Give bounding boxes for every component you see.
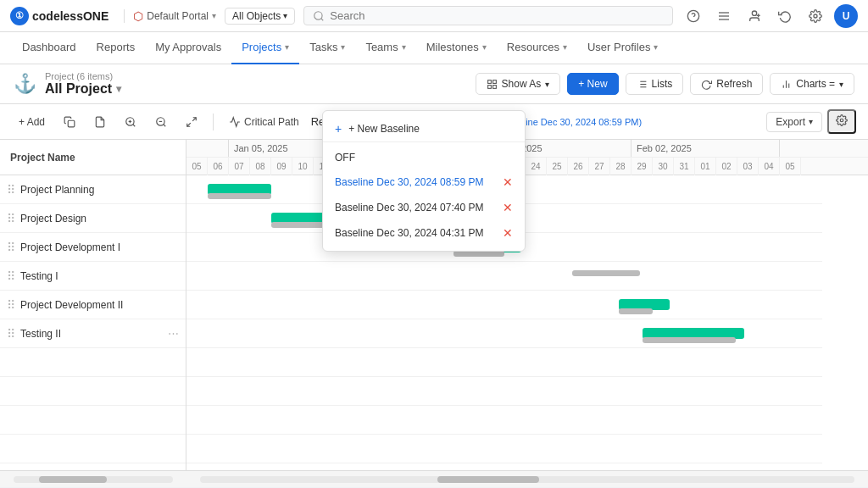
show-as-chevron: ▾ [545,80,549,89]
nav-icons: U [682,4,858,28]
date-group-partial [186,140,229,157]
project-info: ⚓ Project (6 items) All Project ▾ [14,71,121,97]
drag-handle[interactable]: ⠿ [7,241,15,254]
charts-button[interactable]: Charts = ▾ [770,73,854,95]
project-subtitle: Project (6 items) [45,71,121,81]
timeline-row-3 [186,262,822,291]
nav-projects[interactable]: Projects ▾ [231,32,299,64]
critical-path-button[interactable]: Critical Path [222,113,306,131]
search-bar[interactable] [303,6,673,25]
resources-chevron: ▾ [563,42,567,52]
export-button[interactable]: Export ▾ [766,112,822,132]
row-menu[interactable]: ⋯ [168,327,179,340]
show-as-label: Show As [502,78,542,90]
nav-reports[interactable]: Reports [86,32,146,64]
day-cell: 01 [695,158,716,175]
baseline-item-2[interactable]: Baseline Dec 30, 2024 04:31 PM ✕ [323,220,525,246]
portal-chevron: ▾ [212,11,216,20]
toolbar-settings-icon [836,114,848,126]
history-icon[interactable] [773,4,797,28]
logo[interactable]: ① codelessONE [10,7,108,25]
baseline-item-1-label: Baseline Dec 30, 2024 07:40 PM [335,202,483,214]
right-scrollbar-thumb[interactable] [437,476,539,483]
drag-handle[interactable]: ⠿ [7,269,15,283]
zoom-out-icon [155,116,167,128]
off-label: OFF [335,152,355,164]
all-objects-label: All Objects [232,10,281,22]
right-scrollbar-track[interactable] [200,476,854,483]
nav-my-approvals[interactable]: My Approvals [145,32,231,64]
gantt-right-panel: Jan 05, 2025 Jan 12, 2025 Jan 26, 2025 F… [186,140,868,470]
delete-icon-0[interactable]: ✕ [503,175,513,189]
left-scrollbar-thumb[interactable] [39,476,107,483]
search-input[interactable] [330,9,664,22]
nav-dashboard[interactable]: Dashboard [12,32,86,64]
date-row-top: Jan 05, 2025 Jan 12, 2025 Jan 26, 2025 F… [186,140,868,158]
gantt-bar-gray-2 [453,251,504,257]
all-objects-chevron: ▾ [283,11,287,20]
baseline-item-2-label: Baseline Dec 30, 2024 04:31 PM [335,227,483,239]
help-icon[interactable] [682,4,705,28]
show-as-button[interactable]: Show As ▾ [476,73,561,95]
baseline-item-1[interactable]: Baseline Dec 30, 2024 07:40 PM ✕ [323,195,525,220]
copy-icon [94,116,106,128]
left-scrollbar-track[interactable] [14,476,173,483]
gantt-row-2: ⠿ Project Development I [0,233,186,262]
new-button[interactable]: + New [567,73,618,95]
charts-label: Charts = [796,78,835,90]
day-cell: 24 [526,158,547,175]
user-add-icon[interactable] [743,4,766,28]
portal-selector[interactable]: ⬡ Default Portal ▾ [124,9,216,23]
row-name: Testing I [20,270,58,282]
gantt-column-header: Project Name [0,140,186,175]
user-avatar[interactable]: U [834,4,858,28]
copy-button[interactable] [87,113,113,131]
lists-label: Lists [652,78,673,90]
baseline-item-0[interactable]: Baseline Dec 30, 2024 08:59 PM ✕ [323,169,525,195]
zoom-out-button[interactable] [148,113,174,131]
day-cell: 26 [568,158,589,175]
empty-timeline-row [186,435,822,463]
nav-tasks[interactable]: Tasks ▾ [299,32,355,64]
empty-timeline-row [186,377,822,406]
nav-teams[interactable]: Teams ▾ [355,32,415,64]
logo-text: codelessONE [32,9,108,23]
nav-user-profiles[interactable]: User Profiles ▾ [577,32,668,64]
day-cell: 04 [759,158,780,175]
empty-row [0,377,186,406]
day-cell: 05 [186,158,208,175]
empty-timeline-row [186,406,822,435]
refresh-button[interactable]: Refresh [690,73,763,95]
lists-button[interactable]: Lists [626,73,684,95]
critical-path-icon [229,116,241,128]
all-objects-selector[interactable]: All Objects ▾ [225,8,295,25]
timeline-header: Jan 05, 2025 Jan 12, 2025 Jan 26, 2025 F… [186,140,868,175]
timeline-row-5 [186,319,822,348]
nav-resources[interactable]: Resources ▾ [497,32,577,64]
menu-icon[interactable] [712,4,736,28]
toolbar-settings-button[interactable] [827,109,856,134]
new-baseline-item[interactable]: + + New Baseline [323,116,525,142]
add-button[interactable]: + Add [12,113,52,131]
expand-button[interactable] [179,113,204,131]
date-row-bottom: 05 06 07 08 09 10 11 12 13 14 15 16 17 1… [186,158,868,175]
svg-rect-13 [492,85,496,88]
logo-icon: ① [10,7,29,25]
gantt-row-3: ⠿ Testing I [0,262,186,291]
row-name: Project Planning [20,184,94,196]
delete-icon-1[interactable]: ✕ [503,201,513,214]
drag-handle[interactable]: ⠿ [7,298,15,312]
nav-milestones[interactable]: Milestones ▾ [416,32,497,64]
drag-handle[interactable]: ⠿ [7,212,15,225]
drag-handle[interactable]: ⠿ [7,183,15,197]
duplicate-button[interactable] [57,113,82,131]
zoom-in-button[interactable] [118,113,143,131]
project-title-chevron[interactable]: ▾ [116,83,121,95]
drag-handle[interactable]: ⠿ [7,327,15,341]
svg-line-29 [164,124,166,126]
svg-point-9 [814,14,817,18]
delete-icon-2[interactable]: ✕ [503,226,513,240]
settings-icon[interactable] [804,4,827,28]
off-item[interactable]: OFF [323,146,525,169]
svg-line-31 [192,117,196,120]
